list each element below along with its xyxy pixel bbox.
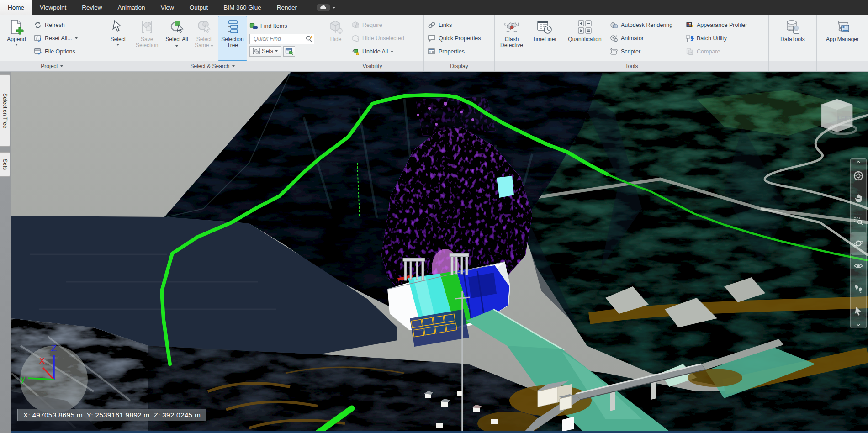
menu-tab-view[interactable]: View xyxy=(153,0,182,15)
axis-gizmo: Z X y xyxy=(14,339,94,420)
window-bottom-border xyxy=(11,431,868,433)
unhide-all-icon xyxy=(351,48,360,56)
refresh-icon xyxy=(34,21,42,29)
tab-selection-tree[interactable]: Selection Tree xyxy=(0,74,10,147)
animator-icon xyxy=(610,34,618,42)
select-same-button: Select Same xyxy=(190,16,217,61)
refresh-button[interactable]: Refresh xyxy=(34,20,98,31)
ribbon-group-tools: Clash Detective TimeLiner xyxy=(495,15,769,71)
quick-find-search-icon[interactable] xyxy=(305,35,313,43)
reset-all-button[interactable]: Reset All... xyxy=(34,33,98,44)
require-label: Require xyxy=(362,22,382,28)
select-all-label: Select All xyxy=(164,37,190,49)
ribbon-home: Append Refresh xyxy=(0,15,868,72)
select-same-label: Select Same xyxy=(191,37,217,49)
group-label-select-search[interactable]: Select & Search xyxy=(104,61,321,71)
hide-unselected-button: Hide Unselected xyxy=(351,33,420,44)
select-cursor-icon xyxy=(110,19,126,35)
batch-utility-icon xyxy=(686,34,694,42)
menu-tab-animation[interactable]: Animation xyxy=(110,0,153,15)
animator-button[interactable]: Animator xyxy=(610,33,681,44)
menu-bar: Home Viewpoint Review Animation View Out… xyxy=(0,0,868,15)
select-label: Select xyxy=(111,37,126,42)
quick-find-input[interactable] xyxy=(253,35,305,42)
appearance-profiler-icon xyxy=(686,21,694,29)
appearance-profiler-button[interactable]: Appearance Profiler xyxy=(686,20,764,31)
compare-icon xyxy=(686,48,694,56)
save-selection-button: Save Selection xyxy=(131,16,164,61)
require-button: Require xyxy=(351,20,420,31)
hide-unselected-label: Hide Unselected xyxy=(362,35,404,42)
links-button[interactable]: Links xyxy=(428,20,490,31)
quantification-button[interactable]: Quantification xyxy=(562,16,608,61)
properties-icon xyxy=(428,48,436,56)
autodesk-rendering-button[interactable]: Autodesk Rendering xyxy=(610,20,681,31)
unhide-all-button[interactable]: Unhide All xyxy=(351,46,420,58)
menu-tab-home[interactable]: Home xyxy=(0,0,32,15)
zoom-window-tool[interactable] xyxy=(851,210,866,232)
clash-detective-label: Clash Detective xyxy=(497,37,526,49)
select-button[interactable]: Select xyxy=(106,16,131,61)
selection-tree-button[interactable]: Selection Tree xyxy=(218,16,247,61)
viewcube-face-label: LEFT xyxy=(837,115,852,121)
file-options-button[interactable]: File Options xyxy=(34,46,98,58)
chevron-down-icon xyxy=(333,7,335,9)
group-label-tools: Tools xyxy=(495,61,768,71)
walk-tool[interactable] xyxy=(851,277,866,300)
menu-tab-output[interactable]: Output xyxy=(182,0,216,15)
group-label-datatools xyxy=(769,61,816,71)
tools-label-text: Tools xyxy=(625,63,638,69)
group-label-project[interactable]: Project xyxy=(0,61,104,71)
app-manager-button[interactable]: App Manager xyxy=(820,16,865,61)
group-label-display: Display xyxy=(424,61,494,71)
refresh-label: Refresh xyxy=(45,22,65,28)
a360-cloud-menu-button[interactable] xyxy=(312,0,340,15)
pan-tool[interactable] xyxy=(851,187,866,209)
chevron-down-icon xyxy=(175,45,178,47)
3d-viewport[interactable]: Selection Tree Sets LEFT xyxy=(0,72,868,433)
scripter-icon xyxy=(610,48,618,56)
orbit-tool[interactable] xyxy=(851,232,866,254)
batch-utility-label: Batch Utility xyxy=(697,35,727,42)
quick-properties-button[interactable]: Quick Properties xyxy=(428,33,490,44)
datatools-button[interactable]: DataTools xyxy=(772,16,814,61)
find-items-label: Find Items xyxy=(260,23,287,29)
navbar-collapse-caret[interactable] xyxy=(851,160,866,164)
reset-all-icon xyxy=(34,34,42,42)
navbar-more-caret[interactable] xyxy=(851,322,866,327)
select-all-button[interactable]: Select All xyxy=(164,16,191,61)
animator-label: Animator xyxy=(621,35,644,42)
autodesk-rendering-icon xyxy=(610,21,618,29)
menu-tab-render[interactable]: Render xyxy=(269,0,305,15)
ribbon-group-app-manager: App Manager xyxy=(817,15,868,71)
sets-dropdown-button[interactable]: Sets xyxy=(249,46,281,57)
append-button[interactable]: Append xyxy=(1,16,32,61)
find-items-button[interactable]: Find Items xyxy=(249,21,317,32)
tab-sets[interactable]: Sets xyxy=(0,152,10,177)
quick-properties-icon xyxy=(428,34,436,42)
look-around-tool[interactable] xyxy=(851,255,866,277)
menu-tab-bim360glue[interactable]: BIM 360 Glue xyxy=(216,0,269,15)
viewcube[interactable]: LEFT xyxy=(816,94,858,137)
select-pointer-tool[interactable] xyxy=(851,300,866,322)
select-same-icon xyxy=(196,19,212,35)
find-items-icon xyxy=(249,22,258,30)
properties-button[interactable]: Properties xyxy=(428,46,490,58)
clash-detective-button[interactable]: Clash Detective xyxy=(496,16,527,61)
batch-utility-button[interactable]: Batch Utility xyxy=(686,33,764,44)
project-label-text: Project xyxy=(41,63,58,69)
quantification-label: Quantification xyxy=(568,37,601,42)
scripter-button[interactable]: Scripter xyxy=(610,46,681,58)
ribbon-group-select-search: Select Save Selection xyxy=(104,15,321,71)
steering-wheel-tool[interactable] xyxy=(851,164,866,187)
compare-label: Compare xyxy=(697,48,720,55)
timeliner-icon xyxy=(536,19,553,35)
manage-sets-button[interactable] xyxy=(283,46,295,57)
compare-button: Compare xyxy=(686,46,764,58)
chevron-down-icon xyxy=(211,45,213,47)
menu-tab-viewpoint[interactable]: Viewpoint xyxy=(32,0,74,15)
links-label: Links xyxy=(439,22,452,28)
timeliner-button[interactable]: TimeLiner xyxy=(527,16,562,61)
menu-tab-review[interactable]: Review xyxy=(74,0,110,15)
selection-tree-icon xyxy=(224,19,241,35)
